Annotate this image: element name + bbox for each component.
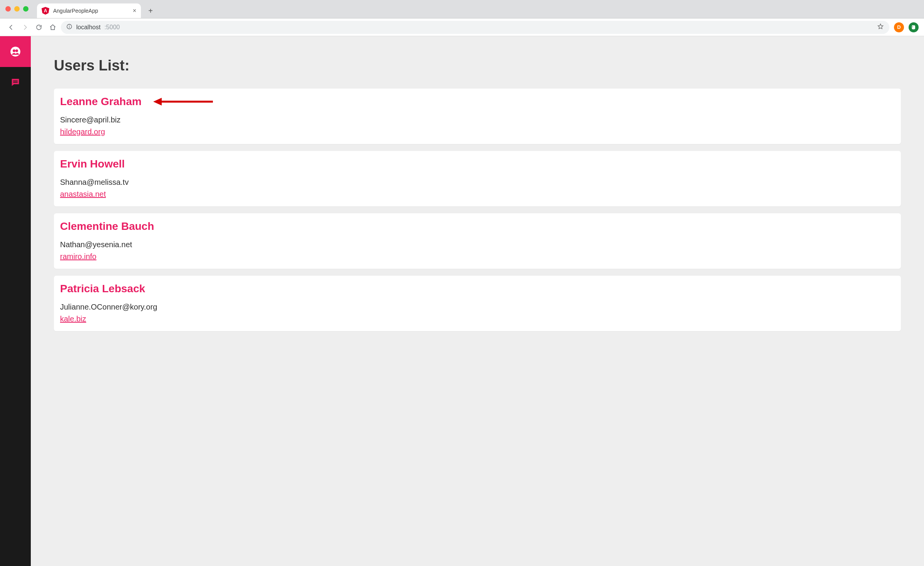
address-bar[interactable]: localhost:5000 bbox=[61, 21, 889, 34]
users-list: Leanne GrahamSincere@april.bizhildegard.… bbox=[54, 89, 901, 331]
user-email: Julianne.OConner@kory.org bbox=[60, 303, 895, 311]
sidebar-item-users[interactable] bbox=[0, 36, 31, 67]
home-icon bbox=[49, 24, 56, 31]
user-website-link[interactable]: anastasia.net bbox=[60, 190, 106, 198]
forward-button[interactable] bbox=[19, 22, 31, 33]
page-title: Users List: bbox=[54, 57, 901, 74]
bookmark-button[interactable] bbox=[877, 23, 884, 32]
user-card: Ervin HowellShanna@melissa.tvanastasia.n… bbox=[54, 151, 901, 206]
svg-point-3 bbox=[10, 47, 20, 57]
user-email: Shanna@melissa.tv bbox=[60, 178, 895, 187]
user-name-link[interactable]: Clementine Bauch bbox=[60, 220, 154, 233]
user-email: Sincere@april.biz bbox=[60, 116, 895, 124]
window-close-button[interactable] bbox=[5, 6, 11, 12]
user-website-link[interactable]: ramiro.info bbox=[60, 252, 96, 261]
url-host: localhost bbox=[76, 24, 100, 31]
arrow-right-icon bbox=[22, 24, 28, 31]
user-website-link[interactable]: hildegard.org bbox=[60, 127, 105, 136]
user-email: Nathan@yesenia.net bbox=[60, 240, 895, 249]
main-content: Users List: Leanne GrahamSincere@april.b… bbox=[31, 36, 924, 566]
arrow-left-icon bbox=[8, 24, 15, 31]
site-info-icon[interactable] bbox=[66, 23, 72, 31]
user-website-link[interactable]: kale.biz bbox=[60, 315, 86, 323]
back-button[interactable] bbox=[5, 22, 17, 33]
user-website: anastasia.net bbox=[60, 190, 895, 199]
home-button[interactable] bbox=[47, 22, 59, 33]
new-tab-button[interactable]: + bbox=[145, 5, 156, 17]
svg-point-4 bbox=[13, 49, 15, 52]
user-website: ramiro.info bbox=[60, 252, 895, 261]
tab-title: AngularPeopleApp bbox=[53, 8, 129, 14]
elephant-icon bbox=[911, 25, 916, 30]
browser-toolbar: localhost:5000 D bbox=[0, 18, 924, 36]
user-website: kale.biz bbox=[60, 315, 895, 323]
browser-tab-strip: A AngularPeopleApp × + bbox=[0, 0, 924, 18]
window-maximize-button[interactable] bbox=[23, 6, 28, 12]
tab-close-icon[interactable]: × bbox=[133, 7, 136, 14]
svg-rect-7 bbox=[13, 82, 18, 83]
reload-icon bbox=[35, 24, 42, 31]
svg-point-2 bbox=[69, 25, 70, 26]
extension-d[interactable]: D bbox=[894, 22, 904, 32]
svg-point-5 bbox=[15, 49, 18, 52]
sidebar-item-messages[interactable] bbox=[0, 67, 31, 98]
reload-button[interactable] bbox=[33, 22, 45, 33]
app-root: Users List: Leanne GrahamSincere@april.b… bbox=[0, 36, 924, 566]
user-card: Leanne GrahamSincere@april.bizhildegard.… bbox=[54, 89, 901, 144]
user-website: hildegard.org bbox=[60, 127, 895, 136]
user-name-link[interactable]: Patricia Lebsack bbox=[60, 283, 145, 295]
extension-evernote[interactable] bbox=[909, 22, 919, 32]
window-controls bbox=[5, 6, 28, 12]
users-icon bbox=[10, 46, 21, 57]
browser-tab[interactable]: A AngularPeopleApp × bbox=[37, 3, 141, 18]
chat-icon bbox=[10, 77, 21, 88]
user-name-link[interactable]: Leanne Graham bbox=[60, 95, 142, 108]
svg-rect-6 bbox=[13, 80, 18, 81]
sidebar bbox=[0, 36, 31, 566]
angular-favicon: A bbox=[42, 7, 49, 15]
url-port: :5000 bbox=[104, 24, 120, 31]
user-card: Patricia LebsackJulianne.OConner@kory.or… bbox=[54, 276, 901, 331]
window-minimize-button[interactable] bbox=[14, 6, 20, 12]
star-icon bbox=[877, 23, 884, 30]
user-card: Clementine BauchNathan@yesenia.netramiro… bbox=[54, 213, 901, 269]
user-name-link[interactable]: Ervin Howell bbox=[60, 158, 125, 170]
